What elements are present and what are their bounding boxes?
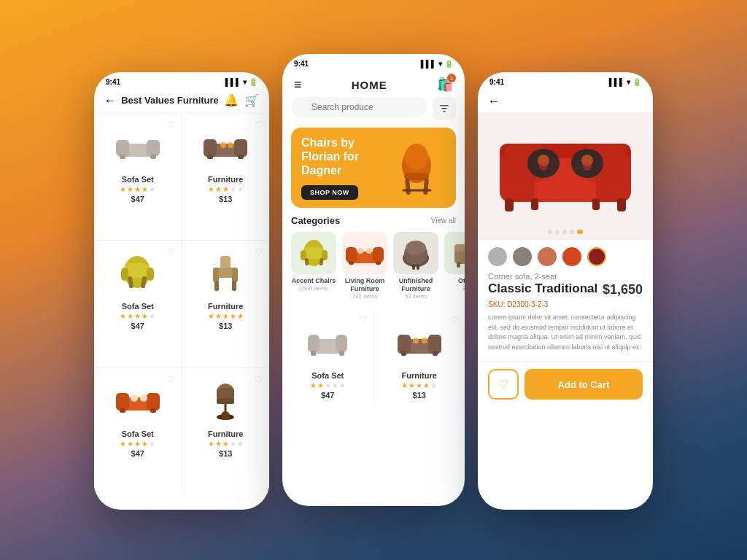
wishlist-icon[interactable]: ♡ xyxy=(359,314,368,325)
product-image xyxy=(188,246,264,298)
left-status-bar: 9:41 ▌▌▌ ▾ 🔋 xyxy=(94,72,269,89)
search-input[interactable] xyxy=(291,97,427,117)
dot-active[interactable] xyxy=(577,230,583,234)
svg-point-58 xyxy=(366,248,372,254)
category-name: Other xyxy=(444,277,465,285)
back-icon[interactable]: ← xyxy=(488,95,500,108)
svg-point-11 xyxy=(228,142,233,148)
svg-rect-66 xyxy=(457,262,460,268)
dot[interactable] xyxy=(548,230,552,234)
shop-now-button[interactable]: SHOP NOW xyxy=(301,185,358,200)
category-image xyxy=(444,232,465,274)
product-price: $13 xyxy=(188,449,264,458)
svg-rect-76 xyxy=(401,351,406,356)
product-image xyxy=(188,120,264,171)
product-sku: SKU: D2300-3-2-3 xyxy=(488,300,643,308)
featured-products: ♡ Sofa Set ★★★★★ $47 ♡ xyxy=(282,308,465,405)
svg-rect-21 xyxy=(232,268,238,282)
dot[interactable] xyxy=(555,230,560,234)
wishlist-icon[interactable]: ♡ xyxy=(167,374,176,385)
svg-rect-9 xyxy=(238,155,244,159)
svg-rect-56 xyxy=(376,261,381,265)
svg-rect-17 xyxy=(147,268,154,281)
color-swatch[interactable] xyxy=(488,247,507,266)
add-to-cart-button[interactable]: Add to Cart xyxy=(525,369,643,400)
categories-label: Categories xyxy=(291,215,340,226)
center-header: ≡ HOME 🛍️2 xyxy=(282,71,465,97)
wishlist-button[interactable]: ♡ xyxy=(488,369,519,400)
svg-point-29 xyxy=(131,394,138,402)
product-card[interactable]: ♡ Sofa Set ★★★★★ $47 xyxy=(94,241,182,367)
cart-icon[interactable]: 🛒 xyxy=(244,93,259,107)
wishlist-icon[interactable]: ♡ xyxy=(255,120,263,131)
svg-rect-69 xyxy=(308,335,320,352)
product-name: Sofa Set xyxy=(100,429,176,438)
wishlist-icon[interactable]: ♡ xyxy=(255,246,263,257)
product-detail-row: Classic Traditional $1,650 xyxy=(488,282,643,298)
star-rating: ★★★★★ xyxy=(100,185,176,193)
product-card[interactable]: ♡ Sofa Set ★★★★★ $47 xyxy=(94,114,182,240)
product-card[interactable]: ♡ Furniture ★★★★★ $13 xyxy=(182,241,270,367)
bottom-actions: ♡ Add to Cart xyxy=(478,361,653,410)
product-detail-price: $1,650 xyxy=(603,282,643,298)
svg-point-90 xyxy=(539,162,548,171)
back-icon[interactable]: ← xyxy=(104,94,116,107)
product-name: Sofa Set xyxy=(100,302,176,311)
center-status-bar: 9:41 ▌▌▌ ▾ 🔋 xyxy=(282,54,465,71)
product-price: $47 xyxy=(100,195,176,203)
color-swatch[interactable] xyxy=(538,247,557,266)
wishlist-icon[interactable]: ♡ xyxy=(167,246,176,257)
product-grid: ♡ Sofa Set ★★★★★ $47 ♡ xyxy=(94,114,269,494)
svg-rect-63 xyxy=(417,264,419,270)
svg-rect-18 xyxy=(220,256,231,269)
color-swatch-selected[interactable] xyxy=(587,247,606,266)
color-swatch[interactable] xyxy=(562,247,581,266)
color-swatch[interactable] xyxy=(513,247,532,266)
svg-rect-6 xyxy=(204,139,217,157)
category-count: 1500 items xyxy=(291,285,336,292)
category-image xyxy=(393,232,438,274)
svg-point-41 xyxy=(405,144,428,170)
svg-rect-95 xyxy=(592,198,600,210)
svg-rect-72 xyxy=(339,351,344,356)
svg-rect-23 xyxy=(232,281,236,291)
category-item[interactable]: Accent Chairs 1500 items xyxy=(291,232,336,300)
view-all-button[interactable]: View all xyxy=(431,217,456,225)
bell-icon[interactable]: 🔔 xyxy=(224,93,239,107)
wishlist-icon[interactable]: ♡ xyxy=(450,314,459,325)
star-rating: ★★★★★ xyxy=(288,381,368,389)
category-item[interactable]: Unfinished Furniture 53 items xyxy=(393,232,438,300)
home-title: HOME xyxy=(352,79,387,91)
featured-product-card[interactable]: ♡ Furniture ★★★★★ $13 xyxy=(374,308,465,405)
dot[interactable] xyxy=(570,230,574,234)
filter-button[interactable] xyxy=(433,97,456,120)
category-item[interactable]: Other 35+ xyxy=(444,232,465,300)
right-status-icons: ▌▌▌ ▾ 🔋 xyxy=(609,78,641,86)
svg-rect-7 xyxy=(234,139,247,157)
category-item[interactable]: Living Room Furniture 742 items xyxy=(342,232,387,300)
product-card[interactable]: ♡ Furniture ★★★★★ $13 xyxy=(182,368,270,494)
svg-point-36 xyxy=(221,411,230,420)
svg-rect-3 xyxy=(120,155,125,159)
svg-point-79 xyxy=(422,338,427,343)
menu-icon[interactable]: ≡ xyxy=(294,77,302,93)
svg-rect-92 xyxy=(505,198,514,211)
svg-point-10 xyxy=(220,142,226,148)
category-name: Accent Chairs xyxy=(291,277,336,285)
featured-product-card[interactable]: ♡ Sofa Set ★★★★★ $47 xyxy=(282,308,374,405)
svg-point-30 xyxy=(140,394,147,402)
svg-rect-33 xyxy=(217,398,234,404)
svg-rect-4 xyxy=(150,155,156,159)
product-card[interactable]: ♡ Sofa Set ★★★★★ $47 xyxy=(94,368,182,494)
product-name: Furniture xyxy=(188,302,264,311)
right-phone: 9:41 ▌▌▌ ▾ 🔋 ← xyxy=(478,72,653,510)
cart-badge-icon[interactable]: 🛍️2 xyxy=(437,77,453,93)
wishlist-icon[interactable]: ♡ xyxy=(167,120,176,131)
wishlist-icon[interactable]: ♡ xyxy=(255,374,263,385)
right-header: ← xyxy=(478,89,653,112)
dot[interactable] xyxy=(562,230,567,234)
pagination-dots xyxy=(478,230,653,234)
svg-rect-28 xyxy=(150,408,156,413)
svg-rect-55 xyxy=(349,261,354,265)
product-card[interactable]: ♡ Furniture ★★★★★ $13 xyxy=(182,114,270,240)
